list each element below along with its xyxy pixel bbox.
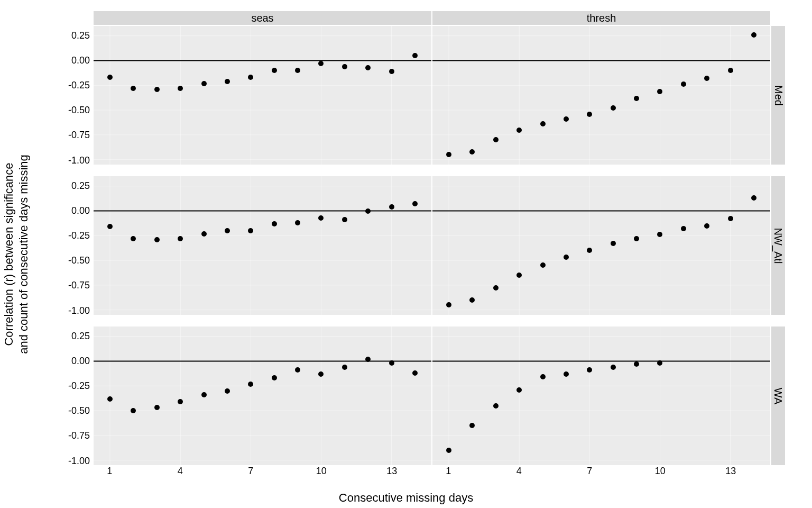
y-tick-label: -1.00 <box>68 455 90 466</box>
data-point <box>493 137 499 142</box>
data-point <box>225 388 230 394</box>
data-point <box>154 87 160 92</box>
x-ticks-seas: 1471013 <box>93 466 432 476</box>
x-tick-label: 4 <box>178 466 183 477</box>
data-point <box>540 262 546 268</box>
y-tick-label: -0.25 <box>68 230 90 241</box>
y-ticks-nwatl: -1.00-0.75-0.50-0.250.000.25 <box>63 176 93 315</box>
data-point <box>365 208 371 214</box>
data-point <box>540 121 546 126</box>
data-point <box>412 53 418 58</box>
x-tick-label: 1 <box>446 466 451 477</box>
data-point <box>342 64 347 69</box>
x-ticks-thresh: 1471013 <box>432 466 771 476</box>
data-point <box>751 32 756 38</box>
x-axis-label: Consecutive missing days <box>0 491 812 505</box>
data-point <box>516 128 522 133</box>
panel-thresh-med <box>432 25 771 165</box>
facet-grid: seas thresh -1.00-0.75-0.50-0.250.000.25… <box>63 11 786 476</box>
y-tick-label: -0.50 <box>68 105 90 116</box>
y-ticks-med: -1.00-0.75-0.50-0.250.000.25 <box>63 25 93 165</box>
data-point <box>564 371 569 377</box>
y-tick-label: -1.00 <box>68 305 90 316</box>
data-point <box>657 89 662 94</box>
row-strip-nwatl: NW_Atl <box>771 176 786 315</box>
x-tick-label: 7 <box>248 466 253 477</box>
data-point <box>611 365 616 370</box>
y-tick-label: -0.75 <box>68 430 90 441</box>
y-tick-label: -0.25 <box>68 380 90 392</box>
data-point <box>412 370 418 376</box>
y-tick-label: 0.00 <box>71 55 90 66</box>
data-point <box>681 226 686 231</box>
data-point <box>493 403 499 409</box>
y-tick-label: 0.25 <box>71 30 90 41</box>
panel-thresh-nwatl <box>432 176 771 315</box>
y-tick-label: -0.25 <box>68 80 90 91</box>
data-point <box>248 382 253 387</box>
y-tick-label: -0.75 <box>68 130 90 141</box>
panel-thresh-wa <box>432 326 771 466</box>
data-point <box>516 387 522 393</box>
data-point <box>272 221 277 226</box>
y-axis-label: Correlation (r) between significanceand … <box>5 0 26 508</box>
x-tick-label: 13 <box>725 466 736 477</box>
panel-seas-wa <box>93 326 432 466</box>
x-tick-label: 4 <box>516 466 522 477</box>
data-point <box>611 241 616 246</box>
col-strip-thresh: thresh <box>432 11 771 25</box>
y-tick-label: -1.00 <box>68 155 90 166</box>
data-point <box>365 65 371 70</box>
y-tick-label: -0.50 <box>68 405 90 416</box>
data-point <box>389 69 394 74</box>
data-point <box>342 365 347 370</box>
x-tick-label: 10 <box>655 466 666 477</box>
data-point <box>295 220 300 225</box>
col-strip-seas: seas <box>93 11 432 25</box>
y-tick-label: 0.00 <box>71 356 90 367</box>
data-point <box>704 223 709 229</box>
data-point <box>225 79 230 84</box>
y-tick-label: 0.00 <box>71 205 90 216</box>
data-point <box>201 81 207 86</box>
data-point <box>201 392 207 397</box>
data-point <box>201 231 207 237</box>
data-point <box>728 68 733 73</box>
data-point <box>272 68 277 73</box>
data-point <box>564 116 569 122</box>
x-tick-label: 7 <box>587 466 592 477</box>
data-point <box>634 236 639 241</box>
data-point <box>272 375 277 380</box>
data-point <box>107 396 113 402</box>
data-point <box>540 374 546 379</box>
panel-seas-nwatl <box>93 176 432 315</box>
data-point <box>634 96 639 101</box>
data-point <box>389 360 394 366</box>
data-point <box>389 204 394 210</box>
data-point <box>225 228 230 233</box>
y-tick-label: 0.25 <box>71 330 90 341</box>
panel-seas-med <box>93 25 432 165</box>
data-point <box>446 448 451 453</box>
data-point <box>365 357 371 362</box>
data-point <box>154 237 160 242</box>
row-strip-med: Med <box>771 25 786 165</box>
x-tick-label: 1 <box>107 466 112 477</box>
y-tick-label: 0.25 <box>71 180 90 191</box>
data-point <box>611 105 616 111</box>
row-strip-wa: WA <box>771 326 786 466</box>
data-point <box>587 112 592 117</box>
y-ticks-wa: -1.00-0.75-0.50-0.250.000.25 <box>63 326 93 466</box>
chart-frame: Correlation (r) between significanceand … <box>0 0 812 508</box>
y-tick-label: -0.50 <box>68 255 90 266</box>
x-tick-label: 10 <box>316 466 327 477</box>
y-tick-label: -0.75 <box>68 280 90 291</box>
x-tick-label: 13 <box>386 466 397 477</box>
